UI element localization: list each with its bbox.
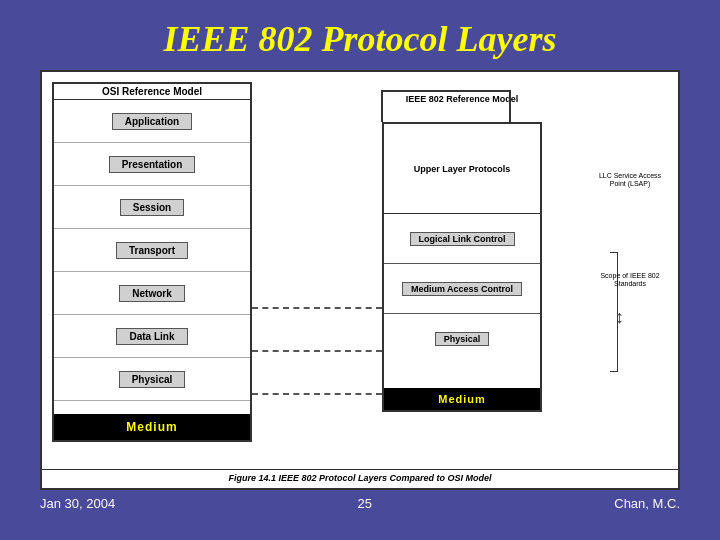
ieee-llc-label: Logical Link Control xyxy=(410,232,515,246)
osi-box: OSI Reference Model Application Presenta… xyxy=(52,82,252,442)
footer-page: 25 xyxy=(357,496,371,511)
ieee-upper-label: Upper Layer Protocols xyxy=(414,164,511,174)
slide-title: IEEE 802 Protocol Layers xyxy=(164,18,557,60)
slide: IEEE 802 Protocol Layers OSI Reference M… xyxy=(0,0,720,540)
ieee-box: IEEE 802 Reference Model Upper Layer Pro… xyxy=(382,122,542,412)
osi-layer-network-label: Network xyxy=(119,285,184,302)
diagram: OSI Reference Model Application Presenta… xyxy=(40,70,680,490)
ieee-physical-layer: Physical xyxy=(384,314,540,364)
osi-layer-session-label: Session xyxy=(120,199,184,216)
dashed-line-physical xyxy=(252,393,382,395)
osi-layer-session: Session xyxy=(54,186,250,229)
osi-layer-presentation: Presentation xyxy=(54,143,250,186)
osi-layer-transport: Transport xyxy=(54,229,250,272)
osi-layer-datalink-label: Data Link xyxy=(116,328,187,345)
osi-medium-bar: Medium xyxy=(54,414,250,440)
ieee-title: IEEE 802 Reference Model xyxy=(384,94,540,105)
ieee-physical-label: Physical xyxy=(435,332,490,346)
footer-date: Jan 30, 2004 xyxy=(40,496,115,511)
ieee-upper-layer: Upper Layer Protocols xyxy=(384,124,540,214)
osi-layer-physical: Physical xyxy=(54,358,250,401)
scope-arrow: ↕ xyxy=(615,307,624,328)
osi-layer-application: Application xyxy=(54,100,250,143)
osi-layer-physical-label: Physical xyxy=(119,371,186,388)
osi-title: OSI Reference Model xyxy=(54,84,250,100)
ieee-mac-label: Medium Access Control xyxy=(402,282,522,296)
footer-author: Chan, M.C. xyxy=(614,496,680,511)
ieee-medium-bar: Medium xyxy=(384,388,540,410)
connector-line-right-top xyxy=(509,90,511,122)
dashed-line-network xyxy=(252,307,382,309)
llc-sap-label: LLC Service Access Point (LSAP) xyxy=(590,172,670,189)
ieee-llc-layer: Logical Link Control xyxy=(384,214,540,264)
dashed-line-datalink xyxy=(252,350,382,352)
osi-layer-datalink: Data Link xyxy=(54,315,250,358)
ieee-mac-layer: Medium Access Control xyxy=(384,264,540,314)
footer: Jan 30, 2004 25 Chan, M.C. xyxy=(40,496,680,511)
osi-layer-application-label: Application xyxy=(112,113,192,130)
scope-label: Scope of IEEE 802 Standards xyxy=(590,272,670,289)
osi-layer-transport-label: Transport xyxy=(116,242,188,259)
figure-caption: Figure 14.1 IEEE 802 Protocol Layers Com… xyxy=(42,469,678,483)
osi-layer-network: Network xyxy=(54,272,250,315)
connector-line-top xyxy=(381,90,383,122)
connector-line-horiz-top xyxy=(381,90,511,92)
osi-layer-presentation-label: Presentation xyxy=(109,156,196,173)
